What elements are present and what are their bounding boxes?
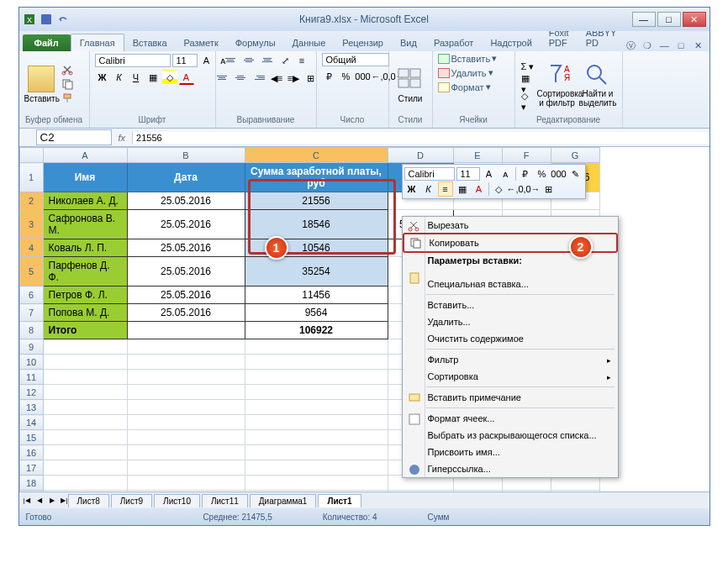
tab-addins[interactable]: Надстрой (482, 34, 540, 51)
formula-input[interactable]: 21556 (132, 132, 709, 144)
cell-B17[interactable] (127, 460, 245, 476)
italic-button[interactable]: К (112, 70, 127, 85)
cell-B13[interactable] (127, 400, 245, 415)
cell-C5[interactable]: 35254 (245, 257, 388, 286)
cell-A15[interactable] (43, 430, 127, 445)
cell-A5[interactable]: Парфенов Д. Ф. (43, 257, 127, 286)
col-header-D[interactable]: D (388, 148, 453, 163)
grow-font-icon[interactable]: A (199, 53, 214, 68)
menu-format-cells[interactable]: Формат ячеек... (403, 410, 618, 427)
mdi-restore-icon[interactable]: □ (675, 39, 687, 51)
styles-button[interactable]: Стили (394, 66, 427, 103)
font-name-select[interactable] (95, 54, 171, 67)
cell-C18[interactable] (245, 476, 388, 491)
help-icon[interactable]: ❍ (641, 39, 653, 51)
bold-button[interactable]: Ж (95, 70, 110, 85)
row-header-14[interactable]: 14 (19, 415, 43, 430)
menu-clear[interactable]: Очистить содержимое (403, 330, 618, 347)
select-all-corner[interactable] (19, 148, 43, 163)
tab-formulas[interactable]: Формулы (227, 34, 284, 51)
save-icon[interactable] (40, 13, 53, 26)
mdi-minimize-icon[interactable]: — (658, 39, 670, 51)
cell-C3[interactable]: 18546 (245, 210, 388, 239)
align-left-icon[interactable] (214, 71, 230, 84)
col-header-A[interactable]: A (43, 148, 127, 163)
border-button[interactable]: ▦ (145, 70, 161, 85)
cell-A18[interactable] (43, 476, 127, 491)
fx-icon[interactable]: fx (112, 133, 133, 143)
row-header-2[interactable]: 2 (19, 192, 43, 210)
tab-nav-first-icon[interactable]: |◀ (21, 495, 33, 507)
align-center-icon[interactable] (232, 71, 249, 84)
tab-nav-prev-icon[interactable]: ◀ (34, 495, 45, 507)
merge-icon[interactable]: ⊞ (303, 71, 318, 86)
menu-filter[interactable]: Фильтр▸ (403, 351, 618, 368)
cell-C13[interactable] (245, 400, 388, 415)
format-painter-icon[interactable] (61, 92, 76, 104)
align-bottom-icon[interactable] (259, 53, 276, 66)
cell-B10[interactable] (127, 355, 245, 370)
cell-A10[interactable] (43, 355, 127, 370)
cell-C12[interactable] (245, 385, 388, 400)
cell-C6[interactable]: 11456 (245, 286, 388, 304)
increase-indent-icon[interactable]: ≡▶ (286, 71, 301, 86)
cell-B5[interactable]: 25.05.2016 (127, 257, 245, 286)
mini-percent-icon[interactable]: % (535, 166, 550, 181)
mini-inc-decimal-icon[interactable]: ←,0 (508, 181, 523, 197)
minimize-button[interactable]: — (632, 12, 656, 27)
clear-icon[interactable]: ◇ ▾ (520, 94, 535, 109)
cell-C10[interactable] (245, 355, 388, 370)
row-header-3[interactable]: 3 (19, 210, 43, 239)
cell-D19[interactable] (388, 491, 453, 492)
col-header-B[interactable]: B (127, 148, 245, 163)
col-header-E[interactable]: E (453, 148, 502, 163)
align-right-icon[interactable] (251, 71, 267, 84)
menu-pick-from-list[interactable]: Выбрать из раскрывающегося списка... (403, 427, 618, 444)
mini-format-painter-icon[interactable]: ✎ (568, 166, 583, 181)
copy-icon[interactable] (61, 78, 76, 90)
cell-B16[interactable] (127, 445, 245, 460)
menu-hyperlink[interactable]: Гиперссылка... (403, 460, 618, 477)
row-header-18[interactable]: 18 (19, 476, 43, 491)
row-header-15[interactable]: 15 (19, 430, 43, 445)
cell-B11[interactable] (127, 370, 245, 385)
cell-A13[interactable] (43, 400, 127, 415)
cell-C11[interactable] (245, 370, 388, 385)
number-format-select[interactable] (322, 53, 389, 66)
cell-C15[interactable] (245, 430, 388, 445)
sheet-tab-Диаграмма1[interactable]: Диаграмма1 (250, 494, 317, 507)
cell-A7[interactable]: Попова М. Д. (43, 304, 127, 322)
row-header-5[interactable]: 5 (19, 257, 43, 286)
format-cells-button[interactable]: Формат ▾ (438, 81, 491, 92)
sort-filter-button[interactable]: AЯ Сортировка и фильтр (537, 60, 578, 108)
cell-A17[interactable] (43, 460, 127, 476)
cell-A6[interactable]: Петров Ф. Л. (43, 286, 127, 304)
row-header-12[interactable]: 12 (19, 385, 43, 400)
col-header-G[interactable]: G (551, 148, 599, 163)
cut-icon[interactable] (61, 64, 76, 76)
cell-C19[interactable] (245, 491, 388, 492)
cell-B9[interactable] (127, 339, 245, 355)
cell-B12[interactable] (127, 385, 245, 400)
cell-A12[interactable] (43, 385, 127, 400)
mdi-close-icon[interactable]: ✕ (692, 39, 704, 51)
fill-icon[interactable]: ▦ ▾ (520, 76, 535, 92)
menu-insert[interactable]: Вставить... (403, 297, 618, 313)
cell-A2[interactable]: Николаев А. Д. (43, 192, 127, 210)
col-header-C[interactable]: C (245, 148, 388, 163)
cell-B18[interactable] (127, 476, 245, 491)
mini-comma-icon[interactable]: 000 (551, 166, 567, 181)
insert-cells-button[interactable]: Вставить ▾ (438, 53, 498, 64)
mini-italic-button[interactable]: К (421, 181, 436, 197)
percent-icon[interactable]: % (339, 69, 354, 84)
align-top-icon[interactable] (222, 53, 239, 66)
cell-A11[interactable] (43, 370, 127, 385)
cell-C17[interactable] (245, 460, 388, 476)
mini-font-color-icon[interactable]: A (472, 181, 487, 197)
row-header-7[interactable]: 7 (19, 304, 43, 322)
delete-cells-button[interactable]: Удалить ▾ (438, 67, 493, 78)
increase-decimal-icon[interactable]: ←,0 (372, 69, 388, 84)
orientation-icon[interactable]: ⤢ (277, 53, 293, 68)
find-select-button[interactable]: Найти и выделить (579, 60, 617, 108)
cell-A19[interactable] (43, 491, 127, 492)
